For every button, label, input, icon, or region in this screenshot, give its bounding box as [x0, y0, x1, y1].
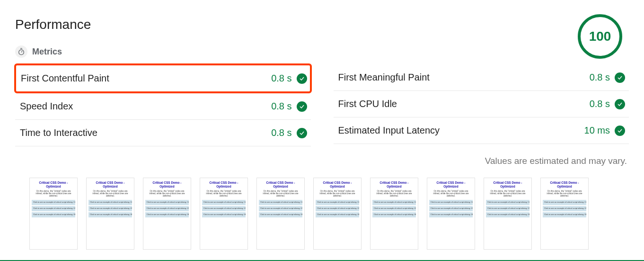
thumb-line: Click to see an example of critical scri… [486, 206, 529, 211]
thumb-title: Critical CSS Demo - Optimized [372, 181, 416, 189]
thumb-line: Click to see an example of critical scri… [316, 212, 359, 217]
thumb-subtitle: On this demo, the "critical" styles are … [372, 190, 416, 198]
metric-name: Speed Index [20, 101, 73, 112]
filmstrip-thumb[interactable]: Critical CSS Demo - OptimizedOn this dem… [143, 178, 191, 250]
metric-row[interactable]: First CPU Idle0.8 s [334, 91, 629, 117]
thumb-subtitle: On this demo, the "critical" styles are … [316, 190, 359, 198]
thumb-title: Critical CSS Demo - Optimized [429, 181, 473, 189]
thumb-subtitle: On this demo, the "critical" styles are … [145, 190, 189, 198]
metrics-grid: First Contentful Paint0.8 sSpeed Index0.… [15, 64, 629, 146]
thumb-title: Critical CSS Demo - Optimized [88, 181, 132, 189]
metric-row[interactable]: Time to Interactive0.8 s [15, 120, 311, 146]
thumb-line: Click to see an example of critical scri… [316, 200, 359, 205]
thumb-subtitle: On this demo, the "critical" styles are … [259, 190, 302, 198]
metric-value: 0.8 s [590, 72, 610, 83]
check-icon [615, 72, 625, 83]
filmstrip: Critical CSS Demo - OptimizedOn this dem… [15, 178, 629, 250]
thumb-subtitle: On this demo, the "critical" styles are … [32, 190, 75, 198]
metric-row[interactable]: First Contentful Paint0.8 s [14, 63, 312, 93]
check-icon [615, 99, 625, 109]
thumb-line: Click to see an example of critical scri… [543, 200, 586, 205]
thumb-line: Click to see an example of critical scri… [32, 206, 75, 211]
thumb-line: Click to see an example of critical scri… [88, 200, 132, 205]
thumb-title: Critical CSS Demo - Optimized [202, 181, 246, 189]
metrics-section-label: Metrics [32, 47, 62, 57]
filmstrip-thumb[interactable]: Critical CSS Demo - OptimizedOn this dem… [540, 178, 589, 250]
thumb-line: Click to see an example of critical scri… [543, 206, 586, 211]
thumb-line: Click to see an example of critical scri… [202, 200, 246, 205]
filmstrip-thumb[interactable]: Critical CSS Demo - OptimizedOn this dem… [200, 178, 248, 250]
metric-value: 0.8 s [271, 73, 291, 84]
thumb-title: Critical CSS Demo - Optimized [316, 181, 359, 189]
metric-row[interactable]: First Meaningful Paint0.8 s [334, 64, 629, 91]
metric-name: First Meaningful Paint [338, 72, 430, 83]
thumb-title: Critical CSS Demo - Optimized [259, 181, 302, 189]
thumb-line: Click to see an example of critical scri… [486, 200, 529, 205]
svg-line-1 [21, 51, 22, 52]
filmstrip-thumb[interactable]: Critical CSS Demo - OptimizedOn this dem… [29, 178, 78, 250]
filmstrip-thumb[interactable]: Critical CSS Demo - OptimizedOn this dem… [370, 178, 418, 250]
check-icon [297, 128, 307, 138]
thumb-title: Critical CSS Demo - Optimized [486, 181, 529, 189]
thumb-subtitle: On this demo, the "critical" styles are … [429, 190, 473, 198]
metric-value: 0.8 s [590, 99, 610, 109]
metric-name: First CPU Idle [338, 99, 397, 109]
thumb-line: Click to see an example of critical scri… [259, 200, 302, 205]
thumb-line: Click to see an example of critical scri… [202, 212, 246, 217]
check-icon [615, 126, 625, 136]
check-icon [297, 73, 307, 84]
metric-name: Estimated Input Latency [338, 125, 440, 136]
filmstrip-thumb[interactable]: Critical CSS Demo - OptimizedOn this dem… [484, 178, 532, 250]
check-icon [297, 101, 307, 112]
thumb-line: Click to see an example of critical scri… [543, 212, 586, 217]
page-title: Performance [15, 17, 629, 32]
thumb-line: Click to see an example of critical scri… [202, 206, 246, 211]
thumb-line: Click to see an example of critical scri… [429, 200, 473, 205]
thumb-line: Click to see an example of critical scri… [372, 200, 416, 205]
metric-row[interactable]: Estimated Input Latency10 ms [334, 117, 629, 144]
filmstrip-thumb[interactable]: Critical CSS Demo - OptimizedOn this dem… [256, 178, 305, 250]
thumb-title: Critical CSS Demo - Optimized [145, 181, 189, 189]
thumb-line: Click to see an example of critical scri… [32, 200, 75, 205]
thumb-subtitle: On this demo, the "critical" styles are … [88, 190, 132, 198]
estimate-note: Values are estimated and may vary. [15, 156, 629, 166]
metric-value: 0.8 s [271, 101, 291, 112]
metric-value: 0.8 s [271, 127, 291, 138]
thumb-line: Click to see an example of critical scri… [429, 212, 473, 217]
stopwatch-icon [15, 45, 27, 58]
metric-name: First Contentful Paint [21, 73, 109, 84]
thumb-subtitle: On this demo, the "critical" styles are … [543, 190, 586, 198]
metric-value: 10 ms [584, 125, 610, 136]
thumb-line: Click to see an example of critical scri… [429, 206, 473, 211]
thumb-line: Click to see an example of critical scri… [145, 200, 189, 205]
thumb-line: Click to see an example of critical scri… [145, 206, 189, 211]
metric-name: Time to Interactive [20, 127, 97, 138]
score-gauge: 100 [578, 14, 622, 59]
thumb-line: Click to see an example of critical scri… [372, 206, 416, 211]
thumb-title: Critical CSS Demo - Optimized [543, 181, 586, 189]
score-value: 100 [589, 29, 611, 44]
thumb-line: Click to see an example of critical scri… [145, 212, 189, 217]
thumb-line: Click to see an example of critical scri… [372, 212, 416, 217]
filmstrip-thumb[interactable]: Critical CSS Demo - OptimizedOn this dem… [86, 178, 134, 250]
thumb-line: Click to see an example of critical scri… [88, 212, 132, 217]
filmstrip-thumb[interactable]: Critical CSS Demo - OptimizedOn this dem… [313, 178, 362, 250]
thumb-line: Click to see an example of critical scri… [259, 212, 302, 217]
metric-row[interactable]: Speed Index0.8 s [15, 93, 311, 120]
thumb-line: Click to see an example of critical scri… [259, 206, 302, 211]
thumb-line: Click to see an example of critical scri… [32, 212, 75, 217]
thumb-subtitle: On this demo, the "critical" styles are … [486, 190, 529, 198]
thumb-title: Critical CSS Demo - Optimized [32, 181, 75, 189]
thumb-line: Click to see an example of critical scri… [316, 206, 359, 211]
thumb-subtitle: On this demo, the "critical" styles are … [202, 190, 246, 198]
thumb-line: Click to see an example of critical scri… [486, 212, 529, 217]
filmstrip-thumb[interactable]: Critical CSS Demo - OptimizedOn this dem… [427, 178, 475, 250]
thumb-line: Click to see an example of critical scri… [88, 206, 132, 211]
metrics-header[interactable]: Metrics [15, 45, 629, 58]
